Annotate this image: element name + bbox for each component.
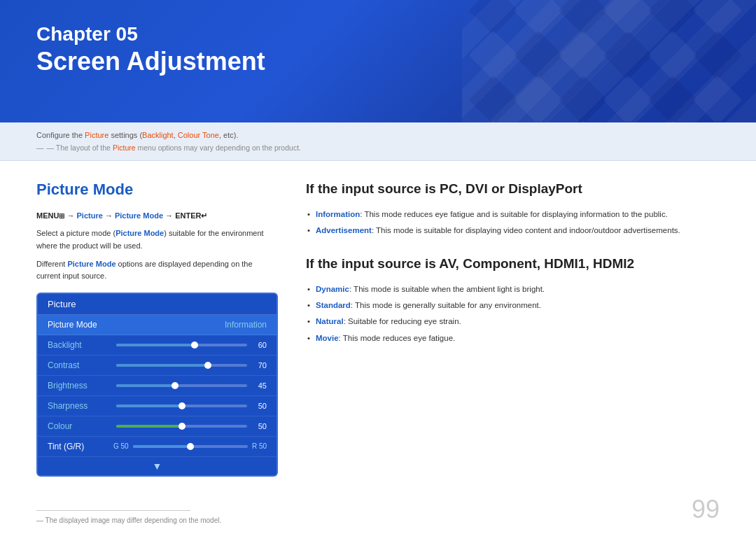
tint-right: R 50 bbox=[252, 442, 267, 450]
tint-slider: G 50 R 50 bbox=[113, 442, 267, 450]
backlight-slider: 60 bbox=[116, 341, 267, 349]
pc-bullet-list: Information: This mode reduces eye fatig… bbox=[306, 208, 720, 237]
header-text-block: Chapter 05 Screen Adjustment bbox=[36, 22, 265, 76]
sub-banner: Configure the Picture settings (Backligh… bbox=[0, 122, 756, 161]
row-label-tint: Tint (G/R) bbox=[48, 442, 111, 451]
footer: ― The displayed image may differ dependi… bbox=[36, 510, 720, 524]
footer-note: ― The displayed image may differ dependi… bbox=[36, 517, 720, 524]
row-label-picture-mode: Picture Mode bbox=[48, 320, 111, 330]
down-arrow-row: ▼ bbox=[38, 457, 276, 475]
layout-note: ―― The layout of the Picture menu option… bbox=[36, 142, 720, 154]
tint-row: Tint (G/R) G 50 R 50 bbox=[38, 437, 276, 457]
footer-divider bbox=[36, 510, 190, 511]
menu-symbol: ⊞ bbox=[59, 212, 64, 220]
left-column: Picture Mode MENU⊞ → Picture → Picture M… bbox=[36, 181, 278, 476]
desc-text-2: Different Picture Mode options are displ… bbox=[36, 258, 278, 283]
brightness-row: Brightness 45 bbox=[38, 376, 276, 396]
page-number: 99 bbox=[692, 495, 720, 524]
tint-left: G 50 bbox=[113, 442, 129, 450]
brightness-slider: 45 bbox=[116, 381, 267, 390]
row-label-backlight: Backlight bbox=[48, 340, 111, 350]
colour-slider: 50 bbox=[116, 422, 267, 430]
configure-note: Configure the Picture settings (Backligh… bbox=[36, 129, 720, 142]
av-section: If the input source is AV, Component, HD… bbox=[306, 255, 720, 344]
term-dynamic: Dynamic bbox=[316, 285, 349, 293]
row-label-brightness: Brightness bbox=[48, 381, 111, 391]
term-natural: Natural bbox=[316, 317, 344, 325]
menu-picture-mode: Picture Mode bbox=[115, 211, 163, 220]
contrast-value: 70 bbox=[253, 361, 267, 370]
picture-ui-mockup: Picture Picture Mode Information Backlig… bbox=[36, 293, 278, 477]
pc-section-title: If the input source is PC, DVI or Displa… bbox=[306, 181, 720, 198]
desc-text-1: Select a picture mode (Picture Mode) sui… bbox=[36, 227, 278, 252]
picture-mode-title: Picture Mode bbox=[36, 181, 278, 199]
menu-picture: Picture bbox=[77, 211, 103, 220]
term-advertisement: Advertisement bbox=[316, 226, 372, 234]
list-item: Movie: This mode reduces eye fatigue. bbox=[306, 332, 720, 344]
colour-row: Colour 50 bbox=[38, 416, 276, 437]
header-banner: Chapter 05 Screen Adjustment bbox=[0, 0, 756, 122]
decorative-pattern bbox=[476, 0, 742, 122]
main-content: Picture Mode MENU⊞ → Picture → Picture M… bbox=[0, 161, 756, 490]
row-label-sharpness: Sharpness bbox=[48, 401, 111, 411]
backlight-value: 60 bbox=[253, 341, 267, 349]
backlight-row: Backlight 60 bbox=[38, 335, 276, 356]
list-item: Advertisement: This mode is suitable for… bbox=[306, 224, 720, 237]
row-label-contrast: Contrast bbox=[48, 360, 111, 370]
list-item: Natural: Suitable for reducing eye strai… bbox=[306, 315, 720, 328]
av-section-title: If the input source is AV, Component, HD… bbox=[306, 255, 720, 273]
picture-link: Picture bbox=[85, 131, 108, 139]
sharpness-slider: 50 bbox=[116, 402, 267, 410]
list-item: Standard: This mode is generally suitabl… bbox=[306, 299, 720, 311]
sharpness-row: Sharpness 50 bbox=[38, 396, 276, 416]
picture-mode-row: Picture Mode Information bbox=[38, 315, 276, 335]
pc-section: If the input source is PC, DVI or Displa… bbox=[306, 181, 720, 237]
contrast-slider: 70 bbox=[116, 361, 267, 370]
av-bullet-list: Dynamic: This mode is suitable when the … bbox=[306, 283, 720, 345]
term-movie: Movie bbox=[316, 334, 339, 342]
chapter-title: Screen Adjustment bbox=[36, 46, 265, 76]
row-label-colour: Colour bbox=[48, 421, 111, 431]
term-information: Information bbox=[316, 210, 360, 218]
note-picture-link: Picture bbox=[113, 143, 136, 152]
picture-ui-header: Picture bbox=[38, 294, 276, 315]
brightness-value: 45 bbox=[253, 381, 267, 390]
list-item: Dynamic: This mode is suitable when the … bbox=[306, 283, 720, 295]
colour-value: 50 bbox=[253, 422, 267, 430]
term-standard: Standard bbox=[316, 301, 351, 309]
backlight-link: Backlight bbox=[142, 131, 174, 139]
sharpness-value: 50 bbox=[253, 402, 267, 410]
chapter-label: Chapter 05 bbox=[36, 22, 265, 46]
colour-tone-link: Colour Tone bbox=[178, 131, 219, 139]
down-arrow-icon: ▼ bbox=[153, 461, 162, 472]
contrast-row: Contrast 70 bbox=[38, 356, 276, 376]
row-value-information: Information bbox=[225, 320, 267, 330]
list-item: Information: This mode reduces eye fatig… bbox=[306, 208, 720, 220]
right-column: If the input source is PC, DVI or Displa… bbox=[306, 181, 720, 476]
menu-path: MENU⊞ → Picture → Picture Mode → ENTER↵ bbox=[36, 211, 278, 220]
